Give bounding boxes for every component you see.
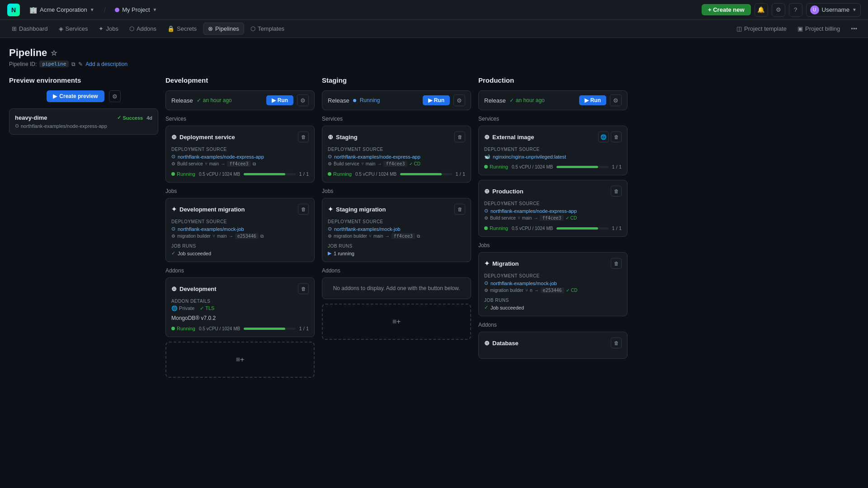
prod-release-label: Release bbox=[484, 97, 506, 104]
staging-service-card: ⊕ Staging 🗑 Deployment source ⊙ northfla… bbox=[322, 126, 471, 183]
prod-run-icon: ▶ bbox=[585, 97, 589, 103]
staging-release-bar: Release Running ▶ Run ⚙ bbox=[322, 90, 471, 110]
staging-job-commit: ff4cee3 bbox=[392, 233, 415, 239]
prod-jobs-label: Jobs bbox=[478, 242, 627, 249]
dev-addon-source: Addon details 🌐 Private ✓ TLS MongoDB® v… bbox=[171, 299, 309, 321]
pipelines-icon: ⊗ bbox=[208, 25, 213, 32]
prod-service-running-prod: Running 0.5 vCPU / 1024 MB 1 / 1 bbox=[484, 225, 622, 231]
dev-addon-version: MongoDB® v7.0.2 bbox=[171, 315, 309, 321]
more-options-button[interactable]: ••• bbox=[847, 23, 861, 34]
dev-settings-button[interactable]: ⚙ bbox=[297, 94, 309, 106]
running-dot-icon bbox=[171, 327, 175, 330]
prod-run-button[interactable]: ▶ Run bbox=[579, 95, 606, 105]
staging-service-delete-button[interactable]: 🗑 bbox=[454, 131, 465, 142]
dev-run-button[interactable]: ▶ Run bbox=[266, 95, 293, 105]
create-new-button[interactable]: + Create new bbox=[702, 4, 751, 15]
columns-container: Preview environments ▶ Create preview ⚙ … bbox=[9, 76, 859, 378]
staging-settings-button[interactable]: ⚙ bbox=[453, 94, 465, 106]
prod-job-delete-button[interactable]: 🗑 bbox=[611, 258, 622, 269]
dev-service-delete-button[interactable]: 🗑 bbox=[298, 131, 309, 142]
settings-button[interactable]: ⚙ bbox=[772, 3, 785, 17]
addon-icon: ⊕ bbox=[171, 285, 177, 292]
preview-repo-row: ⊙ northflank-examples/node-express-app bbox=[15, 123, 152, 129]
notifications-button[interactable]: 🔔 bbox=[755, 3, 768, 17]
preview-name-row: heavy-dime ✓ Success 4d bbox=[15, 114, 152, 121]
dev-service-actions: 🗑 bbox=[298, 131, 309, 142]
play-icon: ▶ bbox=[53, 93, 57, 99]
edit-icon[interactable]: ✎ bbox=[78, 61, 83, 67]
arrow-icon: → bbox=[229, 234, 233, 239]
prod-service-running-label-prod: Running bbox=[484, 225, 508, 231]
dashboard-icon: ⊞ bbox=[12, 25, 17, 32]
dev-job-delete-button[interactable]: 🗑 bbox=[298, 204, 309, 215]
prod-job-repo: northflank-examples/mock-job bbox=[491, 281, 557, 286]
arrow-icon: → bbox=[377, 161, 382, 166]
nav-addons-label: Addons bbox=[137, 25, 156, 32]
prod-addon-delete-button[interactable]: 🗑 bbox=[611, 338, 622, 348]
staging-job-detail: ⚙ migration builder ⑂ main → ff4cee3 ⧉ bbox=[328, 233, 465, 239]
org-chevron-icon: ▼ bbox=[90, 7, 94, 12]
dev-commit: ff4cee3 bbox=[227, 161, 250, 167]
staging-job-delete-button[interactable]: 🗑 bbox=[454, 204, 465, 215]
builder-icon: ⚙ bbox=[171, 234, 175, 239]
nav-secrets[interactable]: 🔒 Secrets bbox=[163, 23, 201, 34]
staging-release-status: Running bbox=[353, 97, 380, 103]
pipeline-id-value: pipeline bbox=[39, 61, 69, 67]
dev-addon-running: Running 0.5 vCPU / 1024 MB 1 / 1 bbox=[171, 326, 309, 331]
github-icon: ⊙ bbox=[328, 154, 332, 160]
prod-service-globe-button[interactable]: 🌐 bbox=[598, 131, 609, 142]
dev-job-run-label: Job succeeded bbox=[178, 251, 211, 256]
nav-pipelines-label: Pipelines bbox=[215, 25, 239, 32]
secrets-icon: 🔒 bbox=[167, 25, 175, 32]
staging-add-addon-button[interactable]: ≡+ bbox=[322, 304, 471, 340]
project-selector[interactable]: My Project ▼ bbox=[111, 5, 160, 15]
dev-job-card-migration: ✦ Development migration 🗑 Deployment sou… bbox=[165, 198, 315, 262]
star-icon[interactable]: ☆ bbox=[51, 49, 57, 57]
staging-service-progress-fill bbox=[400, 173, 442, 175]
cd-badge-job: ✓ CD bbox=[566, 288, 577, 293]
dev-service-card-deployment: ⊕ Deployment service 🗑 Deployment source… bbox=[165, 126, 315, 183]
nav-addons[interactable]: ⬡ Addons bbox=[125, 23, 161, 34]
copy-id-icon[interactable]: ⧉ bbox=[71, 61, 75, 67]
production-column-title: Production bbox=[478, 76, 627, 84]
prod-settings-button[interactable]: ⚙ bbox=[610, 94, 622, 106]
staging-run-button[interactable]: ▶ Run bbox=[423, 95, 450, 105]
nav-pipelines[interactable]: ⊗ Pipelines bbox=[203, 23, 244, 35]
add-description-link[interactable]: Add a description bbox=[85, 61, 127, 67]
logo-icon: N bbox=[7, 4, 20, 16]
staging-service-name: Staging bbox=[336, 134, 358, 141]
nav-jobs[interactable]: ✦ Jobs bbox=[94, 23, 123, 34]
github-icon: ⊙ bbox=[171, 154, 175, 160]
templates-icon: ⬡ bbox=[250, 25, 255, 32]
branch-icon: ⑂ bbox=[361, 161, 364, 166]
nav-dashboard[interactable]: ⊞ Dashboard bbox=[7, 23, 52, 34]
create-preview-button[interactable]: ▶ Create preview bbox=[47, 90, 104, 102]
staging-release-time: Running bbox=[360, 97, 380, 103]
dev-run-icon: ▶ bbox=[272, 97, 276, 103]
dev-job-source: Deployment source ⊙ northflank-examples/… bbox=[171, 219, 309, 239]
development-column-title: Development bbox=[165, 76, 315, 84]
create-preview-label: Create preview bbox=[59, 93, 98, 99]
preview-settings-button[interactable]: ⚙ bbox=[109, 90, 121, 102]
nav-templates[interactable]: ⬡ Templates bbox=[246, 23, 289, 34]
user-menu-button[interactable]: U Username ▼ bbox=[806, 3, 861, 17]
help-button[interactable]: ? bbox=[789, 3, 802, 17]
dev-addon-delete-button[interactable]: 🗑 bbox=[298, 283, 309, 294]
prod-job-builder: migration builder bbox=[490, 288, 524, 293]
dev-add-item-button[interactable]: ≡+ bbox=[165, 342, 315, 378]
prod-service-delete-button-ext[interactable]: 🗑 bbox=[611, 131, 622, 142]
prod-service-progress-fill-prod bbox=[557, 227, 598, 230]
prod-services-label: Services bbox=[478, 116, 627, 122]
preview-column: Preview environments ▶ Create preview ⚙ … bbox=[9, 76, 158, 378]
project-template-link[interactable]: ◫ Project template bbox=[733, 23, 790, 34]
project-dot-icon bbox=[115, 8, 119, 12]
project-billing-link[interactable]: ▣ Project billing bbox=[794, 23, 844, 34]
org-selector[interactable]: 🏢 Acme Corporation ▼ bbox=[25, 4, 99, 16]
arrow-icon: → bbox=[221, 161, 225, 166]
preview-column-title: Preview environments bbox=[9, 76, 158, 84]
dev-release-label: Release bbox=[171, 97, 193, 104]
prod-service-delete-button-prod[interactable]: 🗑 bbox=[611, 186, 622, 197]
nav-services[interactable]: ◈ Services bbox=[54, 23, 93, 34]
staging-commit: ff4cee3 bbox=[383, 161, 407, 167]
copy-icon: ⧉ bbox=[253, 161, 256, 167]
